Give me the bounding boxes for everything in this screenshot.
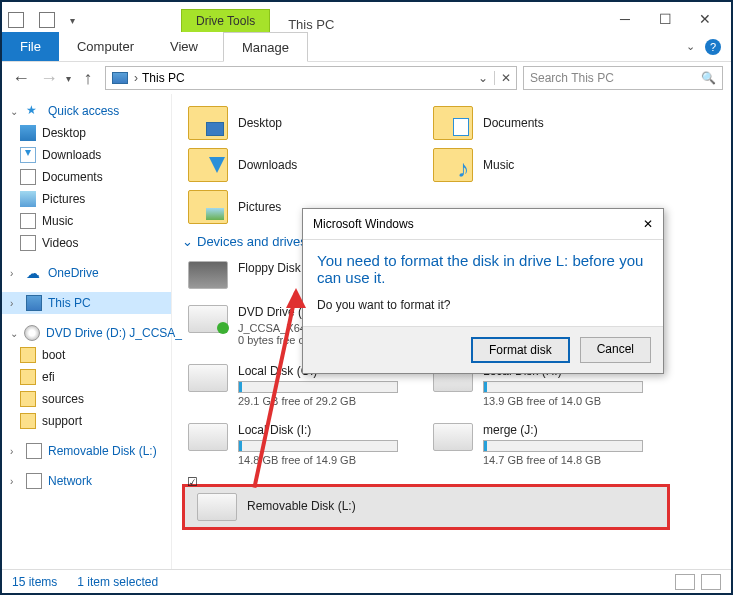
tree-network[interactable]: ›Network [2,470,171,492]
contextual-tab-drive-tools[interactable]: Drive Tools [181,9,270,32]
downloads-icon [20,147,36,163]
status-selected: 1 item selected [77,575,158,589]
tree-pictures[interactable]: Pictures [2,188,171,210]
forward-button[interactable]: → [38,67,60,89]
search-placeholder: Search This PC [530,71,614,85]
dialog-title: Microsoft Windows [313,217,414,231]
minimize-button[interactable]: ─ [611,10,639,28]
dialog-question: Do you want to format it? [303,290,663,326]
drive-j[interactable]: merge (J:)14.7 GB free of 14.8 GB [427,417,672,476]
back-button[interactable]: ← [10,67,32,89]
capacity-bar [238,381,398,393]
folder-downloads[interactable]: Downloads [182,144,427,186]
removable-disk-icon [197,493,237,521]
maximize-button[interactable]: ☐ [651,10,679,28]
icons-view-button[interactable] [701,574,721,590]
address-dropdown-icon[interactable]: ⌄ [472,71,494,85]
tree-onedrive[interactable]: ›OneDrive [2,262,171,284]
qat-icon[interactable] [39,12,55,28]
tree-sources[interactable]: sources [2,388,171,410]
details-view-button[interactable] [675,574,695,590]
folder-icon [188,106,228,140]
tree-dvd-drive[interactable]: ⌄DVD Drive (D:) J_CCSA_ [2,322,171,344]
history-dropdown-icon[interactable]: ▾ [66,73,71,84]
window-icon [8,12,24,28]
ribbon: File Computer View Manage ⌄ ? [2,32,731,62]
folder-icon [20,413,36,429]
disk-icon [188,364,228,392]
dialog-close-icon[interactable]: ✕ [643,217,653,231]
documents-icon [20,169,36,185]
tree-quick-access[interactable]: ⌄Quick access [2,100,171,122]
folder-documents[interactable]: Documents [427,102,672,144]
desktop-icon [20,125,36,141]
pc-icon [26,295,42,311]
checkbox-icon[interactable]: ☑ [187,475,198,489]
folder-icon [433,106,473,140]
folder-icon [188,190,228,224]
disk-icon [188,423,228,451]
cancel-button[interactable]: Cancel [580,337,651,363]
music-icon [20,213,36,229]
tree-documents[interactable]: Documents [2,166,171,188]
nav-toolbar: ← → ▾ ↑ › This PC ⌄ ✕ Search This PC 🔍 [2,62,731,94]
ribbon-expand-icon[interactable]: ⌄ [686,40,695,53]
folder-icon [433,148,473,182]
tree-support[interactable]: support [2,410,171,432]
nav-tree: ⌄Quick access Desktop Downloads Document… [2,94,172,569]
dvd-icon [24,325,40,341]
onedrive-icon [26,265,42,281]
folder-icon [20,347,36,363]
dialog-message: You need to format the disk in drive L: … [303,240,663,290]
tab-view[interactable]: View [152,32,216,61]
qat-dropdown-icon[interactable]: ▾ [70,15,75,26]
tree-music[interactable]: Music [2,210,171,232]
dvd-drive-icon [188,305,228,333]
status-bar: 15 items 1 item selected [2,569,731,593]
search-input[interactable]: Search This PC 🔍 [523,66,723,90]
status-item-count: 15 items [12,575,57,589]
tree-this-pc[interactable]: ›This PC [2,292,171,314]
tree-desktop[interactable]: Desktop [2,122,171,144]
chevron-down-icon: ⌄ [182,234,193,249]
tab-computer[interactable]: Computer [59,32,152,61]
format-dialog: Microsoft Windows ✕ You need to format t… [302,208,664,374]
close-button[interactable]: ✕ [691,10,719,28]
capacity-bar [483,440,643,452]
tree-removable[interactable]: ›Removable Disk (L:) [2,440,171,462]
videos-icon [20,235,36,251]
capacity-bar [483,381,643,393]
pictures-icon [20,191,36,207]
address-bar[interactable]: › This PC ⌄ ✕ [105,66,517,90]
this-pc-icon [112,72,128,84]
disk-icon [433,423,473,451]
folder-icon [20,369,36,385]
window-title: This PC [288,11,334,32]
folder-music[interactable]: Music [427,144,672,186]
help-icon[interactable]: ? [705,39,721,55]
tree-videos[interactable]: Videos [2,232,171,254]
tab-file[interactable]: File [2,32,59,61]
tree-boot[interactable]: boot [2,344,171,366]
titlebar: ▾ Drive Tools This PC ─ ☐ ✕ [2,2,731,32]
search-icon: 🔍 [695,71,722,85]
folder-desktop[interactable]: Desktop [182,102,427,144]
star-icon [26,103,42,119]
refresh-icon[interactable]: ✕ [494,71,516,85]
up-button[interactable]: ↑ [77,67,99,89]
tab-manage[interactable]: Manage [223,32,308,62]
usb-icon [26,443,42,459]
folder-icon [188,148,228,182]
folder-icon [20,391,36,407]
tree-efi[interactable]: efi [2,366,171,388]
network-icon [26,473,42,489]
format-disk-button[interactable]: Format disk [471,337,570,363]
explorer-window: ▾ Drive Tools This PC ─ ☐ ✕ File Compute… [0,0,733,595]
address-path: This PC [142,71,185,85]
drive-i[interactable]: Local Disk (I:)14.8 GB free of 14.9 GB [182,417,427,476]
tree-downloads[interactable]: Downloads [2,144,171,166]
floppy-icon [188,261,228,289]
drive-removable-l[interactable]: ☑ Removable Disk (L:) [182,484,670,530]
capacity-bar [238,440,398,452]
